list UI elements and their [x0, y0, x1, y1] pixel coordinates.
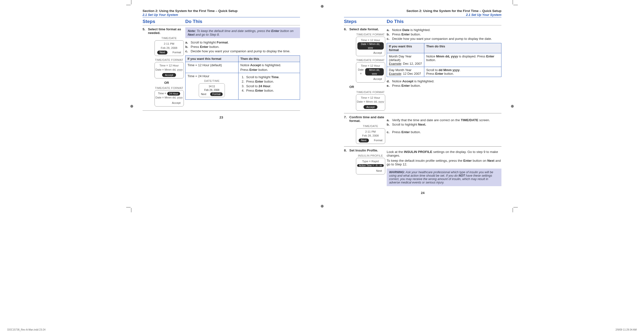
next-button: Next — [201, 92, 206, 96]
page-24: Section 2: Using the System for the Firs… — [337, 5, 509, 207]
section-subheader: 2.1 Set Up Your System — [344, 13, 502, 17]
list-item: a.Verify that the time and date are corr… — [387, 118, 502, 122]
list-item: a.Notice Date is highlighted. — [387, 28, 502, 32]
device-screen: 2:11 PM Feb 28, 2008 Next Format — [356, 128, 385, 144]
step-5: 5. Select time format as needed. TIME/DA… — [142, 25, 300, 109]
next-button: Next — [358, 139, 369, 142]
step-6: 6. Select date format. TIME/DATE FORMAT … — [344, 25, 502, 113]
section-header: Section 2: Using the System for the Firs… — [142, 9, 300, 13]
format-button: Format — [172, 51, 181, 55]
device-screen: Time = 24 Hour Date = Mmm dd, yyyy Accep… — [154, 90, 184, 106]
action-time-pill: Action Time = --h --m — [357, 164, 384, 167]
steps-heading: Steps — [344, 19, 387, 24]
paragraph: Look at the INSULIN PROFILE settings on … — [387, 150, 502, 157]
step-number: 6. — [344, 27, 349, 113]
page-number: 24 — [344, 191, 502, 195]
or-label: OR — [349, 85, 387, 89]
step-7: 7. Confirm time and date format. TIME/DA… — [344, 113, 502, 146]
list-item: c.Decide how you want your companion and… — [387, 37, 502, 41]
device-screen: Time = 12 Hour Date = Mmm dd, yyyy Accep… — [356, 37, 385, 56]
accept-button: Accept — [364, 105, 378, 109]
do-this-heading: Do This — [387, 19, 502, 24]
format-button: Format — [210, 92, 223, 96]
step-title: Confirm time and date format. — [349, 115, 387, 123]
do-this-heading: Do This — [185, 19, 300, 24]
screen-title: TIME/DATE — [153, 37, 185, 40]
accept-button: Accept — [155, 101, 184, 105]
time-format-table: If you want this format Then do this Tim… — [185, 56, 300, 100]
date-format-pill: Date = Mmm dd, yyyy — [358, 42, 384, 50]
screen-title: TIME/DATE FORMAT — [153, 87, 185, 89]
section-header: Section 2: Using the System for the Firs… — [344, 9, 502, 13]
device-screen: 14:11 Feb 28, 2008 Next Format — [199, 83, 225, 97]
steps-heading: Steps — [142, 19, 185, 24]
list-item: b.Press Enter button. — [387, 33, 502, 36]
list-item: a.Scroll to highlight Format. — [185, 41, 300, 44]
list-item: Press Enter button. — [245, 80, 298, 83]
list-item: Press Enter button. — [245, 89, 298, 92]
list-item: c.Decide how you want your companion and… — [185, 49, 300, 53]
section-subheader: 2.1 Set Up Your System — [142, 13, 300, 17]
step-number: 8. — [344, 149, 349, 186]
paragraph: To keep the default insulin profile sett… — [387, 159, 502, 166]
step-title: Set Insulin Profile. — [349, 149, 387, 152]
list-item: c.Press Enter button. — [387, 130, 502, 134]
page-23: Section 2: Using the System for the Firs… — [135, 5, 307, 207]
registration-icon: ⊕ — [320, 204, 324, 208]
device-screen: Type = Rapid Action Time = --h --m Next — [356, 158, 385, 174]
list-item: d.Notice Accept is highlighted. — [387, 79, 502, 83]
screen-title: TIME/DATE FORMAT — [153, 58, 185, 61]
step-title: Select date format. — [349, 27, 387, 31]
accept-button: Accept — [162, 73, 176, 77]
registration-icon: ⊕ — [130, 104, 133, 109]
step-8: 8. Set Insulin Profile. INSULIN PROFILE … — [344, 146, 502, 186]
device-screen: Time = 12 Hour Date = Mmm dd, yyyy Accep… — [356, 62, 385, 82]
step-number: 5. — [142, 27, 148, 109]
step-number: 7. — [344, 115, 349, 146]
registration-icon: ⊕ — [320, 4, 324, 9]
device-screen: 2:11 PM Feb 28, 2008 Next Format — [154, 40, 184, 56]
date-format-table: If you want this formatThen do this Mont… — [387, 43, 502, 77]
device-screen: Time = 12 Hour Date = Mmm dd, yyyy Accep… — [154, 62, 184, 78]
list-item: e.Press Enter button. — [387, 84, 502, 88]
or-label: OR — [148, 81, 185, 85]
warning-box: WARNING: Ask your healthcare professiona… — [387, 169, 502, 186]
list-item: Scroll to 24 Hour. — [245, 84, 298, 88]
step-title: Select time format as needed. — [148, 27, 185, 35]
device-screen: Time = 12 Hour Date = Mmm dd, yyyy Accep… — [356, 94, 385, 111]
list-item: b.Scroll to highlight Next. — [387, 123, 502, 126]
next-button: Next — [356, 169, 385, 173]
registration-icon: ⊕ — [511, 104, 514, 109]
format-button: Format — [374, 139, 382, 142]
note-box: Note: To keep the default time and date … — [185, 27, 300, 38]
list-item: b.Press Enter button. — [185, 45, 300, 49]
page-number: 23 — [142, 116, 300, 119]
date-format-pill: Mmm dd, yyyy — [365, 68, 384, 76]
next-button: Next — [157, 51, 168, 55]
time-format-pill: 24 Hour — [167, 92, 180, 96]
list-item: Scroll to highlight Time. — [245, 75, 298, 79]
